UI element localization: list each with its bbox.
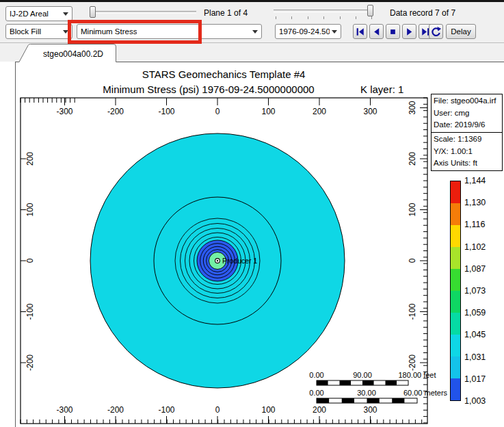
record-slider-tick bbox=[371, 16, 372, 19]
x-tick-label-top: 100 bbox=[261, 107, 275, 116]
record-slider-tick bbox=[308, 16, 308, 19]
y-tick-label-right: 100 bbox=[408, 203, 417, 216]
view-mode-combo[interactable]: IJ-2D Areal bbox=[5, 6, 72, 21]
next-record-button[interactable] bbox=[402, 24, 416, 39]
feet-scale-0: 0.00 bbox=[309, 371, 323, 379]
meters-scale-end: 60.00 meters bbox=[403, 389, 448, 397]
x-tick-label-top: 300 bbox=[363, 107, 377, 116]
previous-record-button[interactable] bbox=[369, 24, 384, 39]
plot-canvas[interactable]: Producer 1 -300-300-200-200-100-10000100… bbox=[15, 62, 504, 427]
skip-first-icon bbox=[355, 27, 365, 37]
contour-map: Producer 1 bbox=[90, 133, 345, 388]
record-slider-track[interactable] bbox=[274, 10, 373, 12]
x-tick-label-top: -200 bbox=[107, 107, 124, 116]
y-tick-label-left: 200 bbox=[25, 152, 35, 166]
meters-scale-mid: 30.00 bbox=[357, 389, 376, 397]
first-record-button[interactable] bbox=[353, 24, 367, 39]
chevron-down-icon bbox=[252, 30, 258, 34]
previous-icon bbox=[371, 27, 382, 37]
delay-button[interactable]: Delay bbox=[446, 24, 476, 39]
well-label: Producer 1 bbox=[222, 257, 258, 265]
chevron-down-icon bbox=[332, 30, 337, 34]
toolbar: IJ-2D Areal Plane 1 of 4 Data record 7 o… bbox=[0, 2, 504, 43]
feet-scale-end: 180.00 feet bbox=[398, 371, 436, 379]
stop-button[interactable] bbox=[386, 24, 400, 39]
y-tick-label-right: 300 bbox=[408, 101, 417, 114]
view-mode-value: IJ-2D Areal bbox=[10, 7, 49, 21]
record-slider-handle[interactable] bbox=[367, 5, 373, 16]
y-tick-label-right: 200 bbox=[408, 152, 417, 166]
stop-icon bbox=[388, 27, 398, 37]
x-tick-label-top: -100 bbox=[158, 107, 174, 116]
chevron-down-icon bbox=[63, 12, 68, 16]
date-combo[interactable]: 1976-09-24.500 bbox=[275, 24, 341, 39]
x-tick-label-bottom: 0 bbox=[215, 405, 220, 415]
y-tick-label-left: -200 bbox=[25, 354, 35, 371]
x-tick-label-top: 0 bbox=[215, 107, 220, 116]
y-tick-label-right: -100 bbox=[408, 303, 417, 320]
x-tick-label-top: 200 bbox=[313, 107, 326, 116]
y-tick-label-right: -200 bbox=[408, 354, 417, 371]
x-tick-label-bottom: -200 bbox=[107, 405, 124, 415]
property-combo[interactable]: Minimum Stress bbox=[77, 24, 262, 39]
record-slider-tick bbox=[291, 16, 292, 19]
plane-slider-handle[interactable] bbox=[90, 6, 96, 18]
tab-label: stgeo004a00.2D bbox=[43, 49, 103, 59]
loop-button[interactable] bbox=[429, 24, 443, 39]
chevron-down-icon bbox=[63, 30, 68, 34]
loop-refresh-icon bbox=[430, 26, 442, 38]
y-tick-label-left: 100 bbox=[25, 203, 35, 216]
document-tab[interactable]: stgeo004a00.2D bbox=[14, 43, 130, 62]
y-tick-label-left: -100 bbox=[25, 303, 35, 320]
delay-button-label: Delay bbox=[451, 27, 470, 36]
fill-mode-value: Block Fill bbox=[10, 25, 41, 38]
well-symbol-dot bbox=[217, 260, 218, 261]
record-label: Data record 7 of 7 bbox=[390, 8, 455, 18]
record-slider-tick bbox=[356, 16, 356, 19]
date-value: 1976-09-24.500 bbox=[279, 25, 330, 38]
play-icon bbox=[404, 27, 414, 37]
plane-label: Plane 1 of 4 bbox=[204, 8, 248, 18]
meters-scale-0: 0.00 bbox=[309, 389, 323, 397]
property-value: Minimum Stress bbox=[81, 25, 137, 38]
y-tick-label-left: 0 bbox=[25, 258, 35, 263]
record-slider-tick bbox=[340, 16, 341, 19]
record-slider-tick bbox=[276, 16, 276, 19]
feet-scale-mid: 90.00 bbox=[353, 371, 372, 379]
fill-mode-combo[interactable]: Block Fill bbox=[5, 24, 72, 39]
record-slider-tick bbox=[323, 16, 324, 19]
x-tick-label-top: -300 bbox=[56, 107, 72, 116]
y-tick-label-right: 0 bbox=[408, 258, 417, 263]
x-tick-label-bottom: 200 bbox=[313, 405, 326, 415]
x-tick-label-bottom: 100 bbox=[261, 405, 275, 415]
x-tick-label-bottom: 300 bbox=[363, 405, 377, 415]
x-tick-label-bottom: -300 bbox=[56, 405, 72, 415]
plane-slider-track[interactable] bbox=[91, 11, 196, 14]
x-tick-label-bottom: -100 bbox=[158, 405, 174, 415]
